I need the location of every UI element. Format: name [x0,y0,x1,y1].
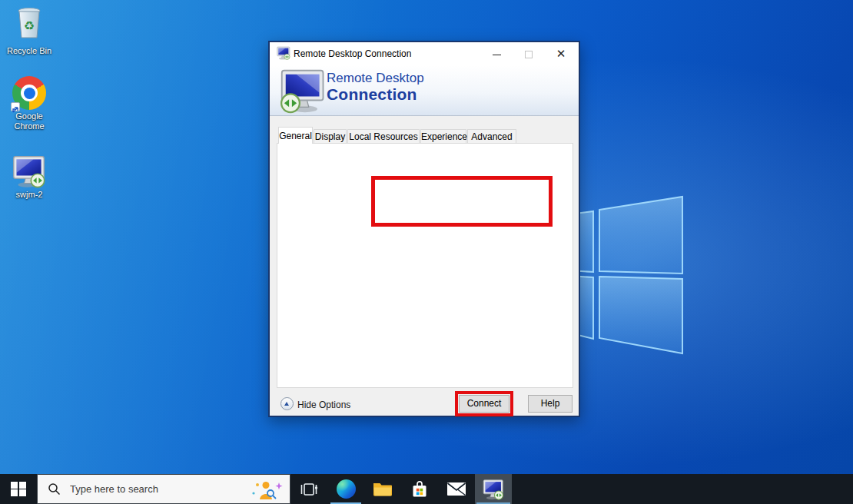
banner-title-line2: Connection [327,85,417,104]
rdp-taskbar-icon [483,479,504,500]
svg-text:♻: ♻ [24,18,35,33]
tab-display[interactable]: Display [314,129,347,144]
desktop-icon-label: Recycle Bin [5,46,54,56]
banner-title-line1: Remote Desktop [327,71,424,86]
desktop-icon-recycle-bin[interactable]: ♻ Recycle Bin [5,5,54,56]
maximize-button[interactable] [517,42,540,65]
general-tab-panel [277,143,573,388]
desktop: ♻ Recycle Bin Google Chrome swjm-2 [0,0,853,504]
desktop-icon-google-chrome[interactable]: Google Chrome [5,76,54,131]
windows-start-icon [11,482,26,497]
help-button[interactable]: Help [528,395,573,413]
taskbar-search[interactable] [37,474,290,504]
window-title: Remote Desktop Connection [294,42,411,65]
task-view-button[interactable] [290,474,327,504]
microsoft-store-icon [410,480,429,499]
tab-general[interactable]: General [278,127,313,144]
dialog-banner: Remote Desktop Connection [270,65,579,116]
tab-experience[interactable]: Experience [420,129,466,144]
search-icon [48,482,61,496]
taskbar-microsoft-store-button[interactable] [401,474,438,504]
hide-options-arrow-icon[interactable] [280,397,294,410]
hide-options-link[interactable]: Hide Options [297,400,350,410]
file-explorer-icon [373,481,393,497]
desktop-icon-label: swjm-2 [5,190,54,200]
recycle-bin-icon: ♻ [14,5,45,41]
taskbar-file-explorer-button[interactable] [364,474,401,504]
tab-local-resources[interactable]: Local Resources [347,129,420,144]
rdp-window-icon [277,46,290,60]
start-button[interactable] [0,474,37,504]
dialog-titlebar[interactable]: Remote Desktop Connection ✕ [270,42,579,65]
desktop-icon-label: Google Chrome [5,111,54,131]
desktop-icon-swjm-2[interactable]: swjm-2 [5,154,54,200]
connect-button[interactable]: Connect [459,395,509,413]
search-input[interactable] [70,483,231,495]
mail-icon [446,482,466,496]
taskbar-rdp-button-active[interactable] [475,474,512,504]
taskbar [0,474,853,504]
taskbar-mail-button[interactable] [438,474,475,504]
tab-advanced[interactable]: Advanced [467,129,516,144]
shortcut-arrow-icon [11,102,20,111]
remote-desktop-connection-dialog: Remote Desktop Connection ✕ Remote Deskt… [268,41,580,417]
rdp-monitor-icon [12,154,46,188]
minimize-button[interactable] [485,42,508,65]
windows-wallpaper-logo-icon [569,188,692,361]
search-highlights-icon [250,479,284,501]
rdp-banner-icon [279,68,325,114]
edge-icon [337,479,356,499]
chrome-icon [12,76,46,110]
task-view-icon [300,480,318,499]
taskbar-edge-button[interactable] [327,474,364,504]
close-button[interactable]: ✕ [549,42,573,65]
